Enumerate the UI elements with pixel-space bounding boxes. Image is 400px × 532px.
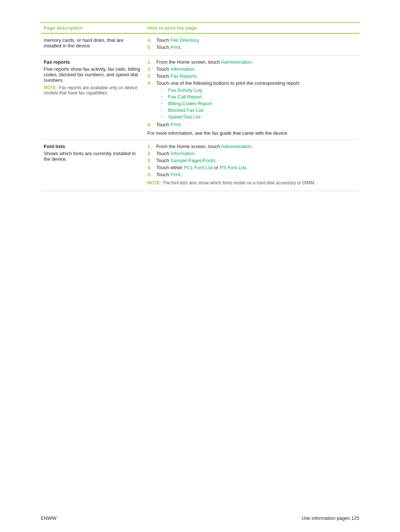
bullet-fax-call-report: ○ Fax Call Report <box>161 94 356 100</box>
bullet-dot-2: ○ <box>161 95 166 98</box>
fax-extra-info: For more information, see the fax guide … <box>147 130 356 136</box>
desc-fax-reports: Fax reports Five reports show fax activi… <box>41 56 144 140</box>
howto-memory: 4. Touch File Directory. 5. Touch Print. <box>144 33 359 56</box>
ps-font-list-link[interactable]: PS Font List <box>220 165 246 170</box>
font-step-num-5: 5. <box>147 172 154 177</box>
font-step-num-4: 4. <box>147 165 154 170</box>
bullet-dot-1: ○ <box>161 88 166 92</box>
note-text-fax: Fax reports are available only on device… <box>44 85 137 96</box>
font-step-text-5: Touch Print. <box>156 172 182 177</box>
fax-step-2: 2. Touch Information. <box>147 66 356 72</box>
billing-codes-report-link[interactable]: Billing Codes Report <box>168 101 212 106</box>
fax-call-report-link[interactable]: Fax Call Report <box>168 94 201 100</box>
fax-step-3: 3. Touch Fax Reports. <box>147 73 356 79</box>
font-step-num-2: 2. <box>147 151 154 156</box>
fax-activity-log-link[interactable]: Fax Activity Log <box>168 87 202 93</box>
table-row-font-lists: Font lists Shows which fonts are current… <box>41 140 359 191</box>
fax-step-text-1: From the Home screen, touch Administrati… <box>156 59 253 65</box>
bullet-dot-5: ○ <box>161 115 166 118</box>
font-lists-title: Font lists <box>44 144 141 149</box>
page-footer: ENWW Use information pages 125 <box>0 515 400 521</box>
step-num-4: 4. <box>147 37 154 43</box>
step-4-file: 4. Touch File Directory. <box>147 37 356 43</box>
bullet-dot-3: ○ <box>161 101 166 105</box>
fax-reports-link[interactable]: Fax Reports <box>170 73 197 79</box>
memory-text-1: memory cards, or hard disks, that are in… <box>44 37 141 48</box>
note-label-fax: NOTE: <box>44 85 57 90</box>
bullet-dot-4: ○ <box>161 108 166 112</box>
step-text-5: Touch Print. <box>156 44 182 50</box>
fax-step-5: 5. Touch Print. <box>147 122 356 127</box>
fax-step-text-3: Touch Fax Reports. <box>156 73 198 79</box>
print-link-3[interactable]: Print <box>170 172 180 177</box>
table-row-memory: memory cards, or hard disks, that are in… <box>41 33 359 56</box>
font-lists-desc: Shows which fonts are currently installe… <box>44 151 141 162</box>
pcl-font-list-link[interactable]: PCL Font List <box>184 165 213 170</box>
fax-step-4: 4. Touch one of the following buttons to… <box>147 80 356 86</box>
step-text-4: Touch File Directory. <box>156 37 200 43</box>
step-5-print: 5. Touch Print. <box>147 44 356 50</box>
print-link-1[interactable]: Print <box>170 44 180 50</box>
bullet-speed-dial-list: ○ Speed Dial List <box>161 114 356 120</box>
bullet-blocked-fax-list: ○ Blocked Fax List <box>161 107 356 113</box>
page-container: Page description How to print the page m… <box>41 0 359 191</box>
font-step-4: 4. Touch either PCL Font List or PS Font… <box>147 165 356 170</box>
fax-reports-desc: Five reports show fax activity, fax call… <box>44 66 141 83</box>
font-step-text-4: Touch either PCL Font List or PS Font Li… <box>156 165 247 170</box>
font-step-num-1: 1. <box>147 144 154 149</box>
fax-step-1: 1. From the Home screen, touch Administr… <box>147 59 356 65</box>
font-step-num-3: 3. <box>147 158 154 163</box>
table-row-fax-reports: Fax reports Five reports show fax activi… <box>41 56 359 140</box>
main-table: Page description How to print the page m… <box>41 22 359 191</box>
fax-step-num-5: 5. <box>147 122 154 127</box>
font-step-text-3: Touch Sample Pages/Fonts. <box>156 158 217 163</box>
font-step-5: 5. Touch Print. <box>147 172 356 177</box>
speed-dial-list-link[interactable]: Speed Dial List <box>168 114 200 120</box>
howto-font-lists: 1. From the Home screen, touch Administr… <box>144 140 359 191</box>
step-num-5: 5. <box>147 44 154 50</box>
fax-step-text-2: Touch Information. <box>156 66 196 72</box>
font-step-3: 3. Touch Sample Pages/Fonts. <box>147 158 356 163</box>
fax-reports-title: Fax reports <box>44 59 141 65</box>
howto-fax-reports: 1. From the Home screen, touch Administr… <box>144 56 359 140</box>
fax-reports-note: NOTE: Fax reports are available only on … <box>44 85 141 96</box>
footer-left: ENWW <box>41 515 57 521</box>
font-step-text-1: From the Home screen, touch Administrati… <box>156 144 253 149</box>
print-link-2[interactable]: Print <box>170 122 180 127</box>
information-link-2[interactable]: Information <box>170 151 194 156</box>
fax-step-text-4: Touch one of the following buttons to pr… <box>156 80 300 86</box>
header-col1: Page description <box>41 23 144 33</box>
fax-step-text-5: Touch Print. <box>156 122 182 127</box>
information-link-1[interactable]: Information <box>170 66 194 72</box>
file-directory-link[interactable]: File Directory <box>170 37 199 43</box>
table-header: Page description How to print the page <box>41 23 359 33</box>
font-note: NOTE: The font lists also show which fon… <box>147 180 356 185</box>
note-label-font: NOTE: <box>147 180 161 185</box>
desc-memory: memory cards, or hard disks, that are in… <box>41 33 144 56</box>
sample-pages-fonts-link[interactable]: Sample Pages/Fonts <box>170 158 215 163</box>
font-step-1: 1. From the Home screen, touch Administr… <box>147 144 356 149</box>
fax-step-num-2: 2. <box>147 66 154 72</box>
fax-step-num-1: 1. <box>147 59 154 65</box>
blocked-fax-list-link[interactable]: Blocked Fax List <box>168 107 203 113</box>
fax-step-num-4: 4. <box>147 80 154 86</box>
administration-link-1[interactable]: Administration <box>221 59 251 65</box>
bullet-fax-activity-log: ○ Fax Activity Log <box>161 87 356 93</box>
administration-link-2[interactable]: Administration <box>221 144 251 149</box>
footer-right: Use information pages 125 <box>302 515 359 521</box>
note-text-font: The font lists also show which fonts res… <box>163 180 316 185</box>
fax-step-num-3: 3. <box>147 73 154 79</box>
font-step-2: 2. Touch Information. <box>147 151 356 156</box>
desc-font-lists: Font lists Shows which fonts are current… <box>41 140 144 191</box>
bullet-billing-codes-report: ○ Billing Codes Report <box>161 101 356 106</box>
font-step-text-2: Touch Information. <box>156 151 196 156</box>
header-col2: How to print the page <box>144 23 359 33</box>
